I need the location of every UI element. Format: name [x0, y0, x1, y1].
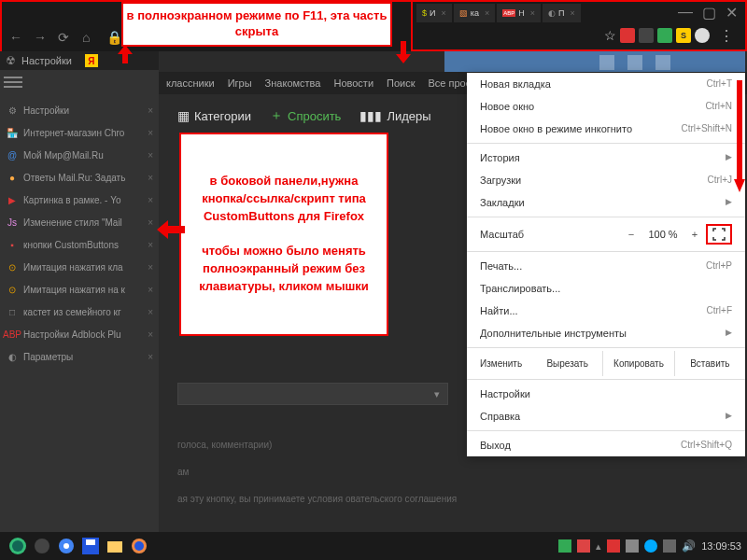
- chrome-icon[interactable]: [54, 534, 78, 558]
- paste-button[interactable]: Вставить: [675, 351, 745, 376]
- save-icon[interactable]: [78, 534, 103, 558]
- sidebar-item[interactable]: ⊙Имитация нажатия кла×: [2, 256, 157, 278]
- ask-button[interactable]: ＋Спросить: [270, 107, 341, 124]
- close-icon[interactable]: ×: [530, 8, 535, 18]
- close-icon[interactable]: ×: [148, 240, 153, 250]
- yandex-icon[interactable]: Я: [85, 54, 98, 67]
- sidebar-item[interactable]: @Мой Мир@Mail.Ru×: [2, 144, 157, 166]
- settings-label[interactable]: Настройки: [21, 55, 72, 66]
- menu-history[interactable]: История▶: [467, 147, 745, 169]
- minimize-icon[interactable]: —: [674, 4, 697, 22]
- profile-icon[interactable]: [695, 28, 710, 43]
- browser-tab[interactable]: $И×: [416, 4, 452, 22]
- close-icon[interactable]: ×: [148, 150, 153, 161]
- sidebar-item[interactable]: JsИзменение стиля "Mail×: [2, 211, 157, 233]
- hamburger-icon[interactable]: [4, 77, 22, 91]
- sidebar-item[interactable]: ◐Параметры×: [2, 345, 157, 368]
- ext-icon[interactable]: [657, 28, 672, 43]
- mail-icon[interactable]: [655, 55, 670, 70]
- nav-link[interactable]: Поиск: [387, 77, 415, 89]
- close-icon[interactable]: ×: [148, 352, 153, 362]
- close-icon[interactable]: ×: [148, 128, 153, 138]
- menu-help[interactable]: Справка▶: [467, 405, 745, 427]
- menu-bookmarks[interactable]: Закладки▶: [467, 191, 745, 214]
- tray-chevron-icon[interactable]: ▴: [596, 540, 601, 553]
- maximize-icon[interactable]: ▢: [698, 4, 720, 22]
- zoom-in-button[interactable]: +: [684, 229, 706, 240]
- stylish-icon[interactable]: S: [676, 28, 691, 43]
- close-icon[interactable]: ×: [148, 173, 153, 183]
- vk-toolbar: Ⓦ: [444, 51, 745, 74]
- sidebar-item[interactable]: ●Ответы Mail.Ru: Задать×: [2, 166, 157, 189]
- menu-dots-icon[interactable]: ⋮: [713, 27, 740, 45]
- close-icon[interactable]: ×: [148, 262, 153, 273]
- tab-favicon: ⊙: [6, 260, 19, 273]
- photo-icon[interactable]: [627, 55, 642, 70]
- categories-button[interactable]: ▦Категории: [177, 108, 251, 123]
- menu-incognito[interactable]: Новое окно в режиме инкогнитоCtrl+Shift+…: [467, 118, 745, 140]
- firefox-icon[interactable]: [127, 534, 151, 558]
- zoom-out-button[interactable]: −: [620, 229, 642, 240]
- menu-new-tab[interactable]: Новая вкладкаCtrl+T: [467, 73, 745, 95]
- forward-icon[interactable]: →: [34, 30, 49, 45]
- star-icon[interactable]: ☆: [604, 28, 616, 43]
- explorer-icon[interactable]: [103, 534, 127, 558]
- close-icon[interactable]: ×: [148, 195, 153, 205]
- category-select[interactable]: ▾: [177, 383, 448, 405]
- cut-button[interactable]: Вырезать: [532, 351, 603, 376]
- tray-icon[interactable]: [607, 539, 620, 553]
- feed-icon[interactable]: [599, 55, 614, 70]
- menu-settings[interactable]: Настройки: [467, 383, 745, 405]
- tray-icon[interactable]: [558, 539, 571, 553]
- menu-exit[interactable]: ВыходCtrl+Shift+Q: [467, 434, 745, 456]
- close-icon[interactable]: ✕: [722, 4, 741, 22]
- reload-icon[interactable]: ⟳: [58, 30, 73, 45]
- sidebar-item[interactable]: ⚙Настройки×: [2, 99, 157, 121]
- menu-find[interactable]: Найти...Ctrl+F: [467, 300, 745, 322]
- fullscreen-button[interactable]: [706, 224, 732, 245]
- copy-button[interactable]: Копировать: [603, 351, 674, 376]
- tray-icon[interactable]: [626, 539, 639, 553]
- sidebar-item[interactable]: 🏪Интернет-магазин Chro×: [2, 121, 157, 144]
- taskbar: ▴ 🔊 13:09:53: [0, 532, 747, 560]
- close-icon[interactable]: ×: [148, 329, 153, 340]
- close-icon[interactable]: ×: [148, 217, 153, 228]
- sidebar-item[interactable]: □кастет из семейного кг×: [2, 301, 157, 323]
- close-icon[interactable]: ×: [570, 8, 574, 18]
- nav-link[interactable]: Игры: [228, 77, 252, 89]
- browser-tab[interactable]: ▧ка×: [454, 4, 495, 22]
- leaders-button[interactable]: ▮▮▮Лидеры: [359, 108, 430, 123]
- close-icon[interactable]: ×: [485, 8, 489, 18]
- close-icon[interactable]: ×: [148, 285, 153, 295]
- close-icon[interactable]: ×: [148, 307, 153, 317]
- network-icon[interactable]: [663, 539, 676, 553]
- skype-icon[interactable]: [644, 539, 657, 553]
- volume-icon[interactable]: 🔊: [682, 539, 696, 553]
- start-button[interactable]: [6, 534, 30, 558]
- address-bar[interactable]: ☆ S ⋮: [413, 24, 745, 47]
- ext-icon[interactable]: [639, 28, 654, 43]
- back-icon[interactable]: ←: [9, 30, 24, 45]
- menu-more-tools[interactable]: Дополнительные инструменты▶: [467, 322, 745, 344]
- menu-new-window[interactable]: Новое окноCtrl+N: [467, 95, 745, 118]
- steam-icon[interactable]: [30, 534, 54, 558]
- menu-print[interactable]: Печать...Ctrl+P: [467, 255, 745, 277]
- tray-icon[interactable]: [577, 539, 590, 553]
- nav-link[interactable]: Новости: [333, 77, 374, 89]
- abp-icon[interactable]: [620, 28, 635, 43]
- home-icon[interactable]: ⌂: [82, 30, 97, 45]
- nav-link[interactable]: классники: [166, 77, 215, 89]
- sidebar-item[interactable]: ▶Картинка в рамке. - Yo×: [2, 189, 157, 211]
- browser-tab[interactable]: ◐П×: [543, 4, 581, 22]
- sidebar-item[interactable]: ▪кнопки CustomButtons×: [2, 233, 157, 256]
- menu-downloads[interactable]: ЗагрузкиCtrl+J: [467, 169, 745, 191]
- sidebar-item[interactable]: ABPНастройки Adblock Plu×: [2, 323, 157, 345]
- browser-tab[interactable]: ABPН×: [497, 4, 541, 22]
- close-icon[interactable]: ×: [148, 105, 153, 116]
- menu-cast[interactable]: Транслировать...: [467, 277, 745, 300]
- close-icon[interactable]: ×: [441, 8, 445, 18]
- nav-link[interactable]: Знакомства: [265, 77, 321, 89]
- sidebar-item[interactable]: ⊙Имитация нажатия на к×: [2, 278, 157, 301]
- menu-zoom: Масштаб − 100 % +: [467, 220, 745, 248]
- clock[interactable]: 13:09:53: [701, 540, 741, 552]
